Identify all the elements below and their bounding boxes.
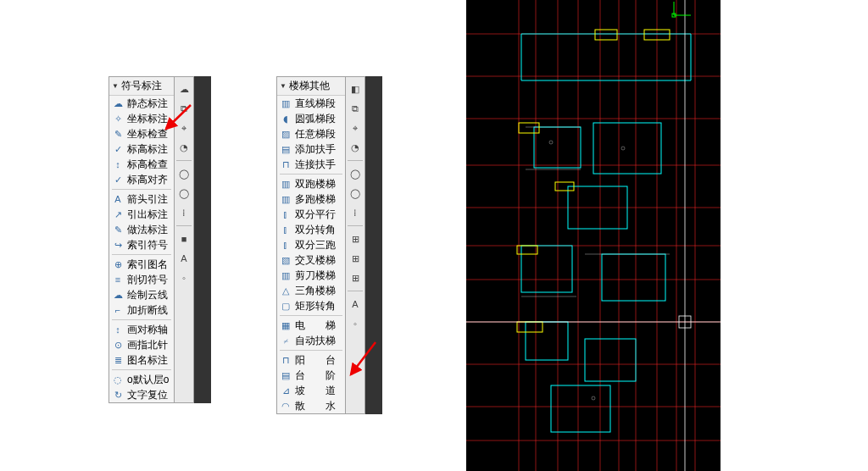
- tool-item[interactable]: ✎做法标注: [109, 222, 174, 237]
- tool-item[interactable]: ◌o默认层o: [109, 372, 174, 387]
- tool-icon: ↻: [112, 389, 124, 401]
- cad-drawing: [466, 0, 721, 471]
- tool-item[interactable]: ↻文字复位: [109, 387, 174, 402]
- separator: [280, 350, 342, 351]
- tool-item[interactable]: ↕画对称轴: [109, 322, 174, 337]
- tool-item[interactable]: ⫿双分平行: [277, 207, 345, 222]
- tool-icon: ✓: [112, 143, 124, 155]
- tool-icon: ≡: [112, 274, 124, 285]
- tool-item[interactable]: ⊙画指北针: [109, 337, 174, 352]
- toolbar-header[interactable]: ▼ 符号标注: [109, 77, 174, 96]
- tool-item[interactable]: ✓标高对齐: [109, 172, 174, 187]
- side-tool-button[interactable]: ◦: [347, 315, 364, 332]
- tool-icon: ↗: [112, 208, 124, 220]
- tool-item[interactable]: ⊿坡 道: [277, 383, 345, 398]
- tool-icon: A: [112, 193, 124, 205]
- side-tool-button[interactable]: ⊞: [347, 269, 364, 286]
- side-tool-button[interactable]: A: [347, 296, 364, 313]
- side-tool-button[interactable]: ⁞: [347, 204, 364, 221]
- tool-icon: ↕: [112, 158, 124, 170]
- tool-item[interactable]: ▤台 阶: [277, 368, 345, 383]
- svg-rect-39: [517, 246, 537, 254]
- tool-item[interactable]: ☁绘制云线: [109, 287, 174, 302]
- tool-item[interactable]: ☁静态标注: [109, 96, 174, 111]
- tool-icon: ▥: [280, 269, 292, 281]
- tool-item[interactable]: ▨任意梯段: [277, 126, 345, 141]
- separator: [176, 225, 192, 226]
- tool-item[interactable]: △三角楼梯: [277, 283, 345, 298]
- side-tool-button[interactable]: ■: [175, 230, 192, 247]
- svg-point-33: [549, 141, 553, 144]
- tool-icon: ▧: [280, 254, 292, 266]
- separator: [280, 315, 342, 316]
- dark-edge: [194, 76, 211, 403]
- side-tool-button[interactable]: ◯: [175, 165, 192, 182]
- toolbar-header[interactable]: ▼ 楼梯其他: [277, 77, 345, 96]
- svg-rect-26: [526, 322, 568, 360]
- tool-label: 文字复位: [127, 388, 168, 402]
- tool-item[interactable]: ◠散 水: [277, 398, 345, 413]
- tool-item[interactable]: ≡剖切符号: [109, 272, 174, 287]
- tool-item[interactable]: ▥直线梯段: [277, 96, 345, 111]
- tool-icon: ◌: [112, 374, 124, 385]
- tool-item[interactable]: ⊕索引图名: [109, 257, 174, 272]
- tool-label: o默认层o: [127, 373, 169, 387]
- tool-label: 阳 台: [295, 353, 336, 368]
- tool-item[interactable]: ▦电 梯: [277, 318, 345, 333]
- tool-icon: ☁: [112, 289, 124, 301]
- tool-item[interactable]: ✓标高标注: [109, 141, 174, 157]
- tool-item[interactable]: ↪索引符号: [109, 237, 174, 252]
- side-tool-button[interactable]: A: [175, 250, 192, 267]
- tool-item[interactable]: ⌿自动扶梯: [277, 333, 345, 348]
- side-tool-button[interactable]: ◯: [347, 165, 364, 182]
- tool-label: 电 梯: [295, 319, 336, 333]
- side-tool-button[interactable]: ◔: [347, 139, 364, 156]
- side-tool-button[interactable]: ⁞: [175, 204, 192, 221]
- tool-item[interactable]: ◖圆弧梯段: [277, 111, 345, 126]
- side-tool-button[interactable]: ◯: [347, 185, 364, 202]
- tool-item[interactable]: ▥多跑楼梯: [277, 191, 345, 207]
- tool-item[interactable]: ⌐加折断线: [109, 302, 174, 318]
- tool-item[interactable]: A箭头引注: [109, 191, 174, 207]
- tool-icon: △: [280, 285, 292, 296]
- tool-item[interactable]: ↕标高检查: [109, 157, 174, 172]
- tool-icon: ✎: [112, 224, 124, 236]
- tool-icon: ▤: [280, 143, 292, 155]
- tool-icon: ▢: [280, 300, 292, 312]
- tool-label: 标高标注: [127, 142, 168, 157]
- tool-item[interactable]: ▤添加扶手: [277, 141, 345, 157]
- tool-item[interactable]: ▥双跑楼梯: [277, 176, 345, 191]
- side-tool-button[interactable]: ◔: [175, 139, 192, 156]
- tool-label: 索引图名: [127, 258, 168, 272]
- side-tool-button[interactable]: ⊞: [347, 230, 364, 247]
- tool-icon: ⊓: [280, 158, 292, 170]
- side-tool-button[interactable]: ◧: [347, 80, 364, 97]
- side-tool-button[interactable]: ⧉: [175, 100, 192, 117]
- separator: [348, 291, 363, 291]
- tool-item[interactable]: ≣图名标注: [109, 352, 174, 368]
- tool-icon: ≣: [112, 354, 124, 366]
- side-tool-button[interactable]: ⌖: [175, 119, 192, 136]
- tool-item[interactable]: ⫿双分三跑: [277, 237, 345, 252]
- cad-viewport[interactable]: [466, 0, 721, 471]
- tool-icon: ✧: [112, 113, 124, 125]
- side-tool-button[interactable]: ⊞: [347, 250, 364, 267]
- tool-item[interactable]: ⊓连接扶手: [277, 157, 345, 172]
- tool-item[interactable]: ▢矩形转角: [277, 298, 345, 313]
- side-tool-button[interactable]: ⧉: [347, 100, 364, 117]
- tool-item[interactable]: ↗引出标注: [109, 207, 174, 222]
- tool-item[interactable]: ▧交叉楼梯: [277, 252, 345, 268]
- tool-item[interactable]: ⫿双分转角: [277, 222, 345, 237]
- tool-icon: ↕: [112, 324, 124, 335]
- stair-other-toolbar: ▼ 楼梯其他 ▥直线梯段◖圆弧梯段▨任意梯段▤添加扶手⊓连接扶手▥双跑楼梯▥多跑…: [276, 76, 346, 414]
- tool-item[interactable]: ⊓阳 台: [277, 352, 345, 368]
- tool-label: 画对称轴: [127, 323, 168, 337]
- side-tool-button[interactable]: ☁: [175, 80, 192, 97]
- side-tool-button[interactable]: ⌖: [347, 119, 364, 136]
- tool-item[interactable]: ✎坐标检查: [109, 126, 174, 141]
- tool-item[interactable]: ✧坐标标注: [109, 111, 174, 126]
- side-tool-button[interactable]: ◦: [175, 269, 192, 286]
- tool-item[interactable]: ▥剪刀楼梯: [277, 268, 345, 283]
- tool-label: 引出标注: [127, 208, 168, 222]
- side-tool-button[interactable]: ◯: [175, 185, 192, 202]
